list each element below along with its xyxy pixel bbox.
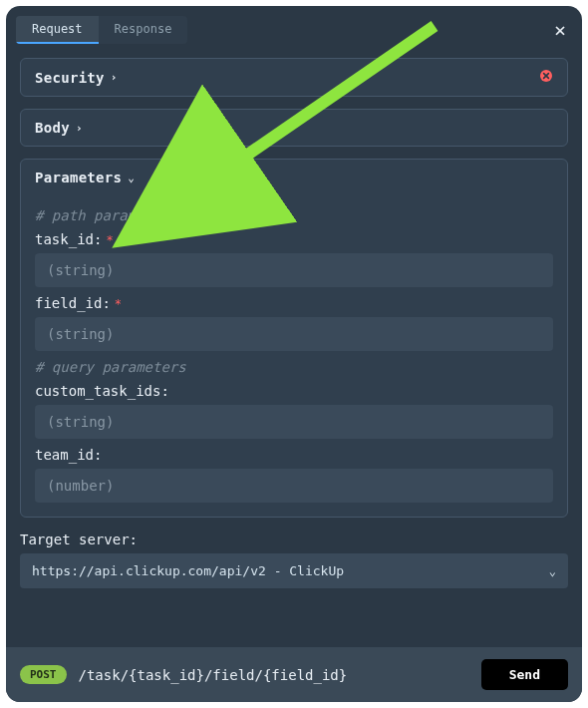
param-label-team-id: team_id: bbox=[35, 447, 553, 463]
section-title: Security bbox=[35, 70, 105, 86]
parameters-content: # path parameters task_id:* field_id:* #… bbox=[21, 195, 567, 517]
tabs-row: Request Response × bbox=[6, 6, 582, 50]
section-header-parameters[interactable]: Parameters ⌄ bbox=[21, 160, 567, 195]
security-status-icon bbox=[539, 69, 553, 86]
target-server-label: Target server: bbox=[20, 531, 568, 547]
param-label-task-id: task_id:* bbox=[35, 231, 553, 247]
section-title: Body bbox=[35, 120, 70, 136]
tabs: Request Response bbox=[16, 16, 187, 44]
param-input-task-id[interactable] bbox=[35, 253, 553, 287]
query-params-comment: # query parameters bbox=[35, 359, 553, 375]
target-server-select-wrap: https://api.clickup.com/api/v2 - ClickUp… bbox=[20, 553, 568, 588]
param-label-field-id: field_id:* bbox=[35, 295, 553, 311]
section-title: Parameters bbox=[35, 170, 122, 185]
param-input-custom-task-ids[interactable] bbox=[35, 405, 553, 439]
chevron-right-icon: › bbox=[76, 122, 83, 135]
path-params-comment: # path parameters bbox=[35, 207, 553, 223]
chevron-right-icon: › bbox=[111, 71, 118, 84]
section-parameters: Parameters ⌄ # path parameters task_id:*… bbox=[20, 159, 568, 518]
required-star-icon: * bbox=[106, 233, 113, 247]
param-input-field-id[interactable] bbox=[35, 317, 553, 351]
tab-response[interactable]: Response bbox=[99, 16, 188, 44]
param-label-custom-task-ids: custom_task_ids: bbox=[35, 383, 553, 399]
api-try-panel: Request Response × Security › bbox=[6, 6, 582, 702]
target-server-select[interactable]: https://api.clickup.com/api/v2 - ClickUp bbox=[20, 553, 568, 588]
chevron-down-icon: ⌄ bbox=[128, 172, 135, 184]
section-body: Body › bbox=[20, 109, 568, 147]
send-button[interactable]: Send bbox=[481, 659, 568, 690]
param-input-team-id[interactable] bbox=[35, 469, 553, 503]
tab-request[interactable]: Request bbox=[16, 16, 99, 44]
footer: POST /task/{task_id}/field/{field_id} Se… bbox=[6, 647, 582, 702]
http-method-pill: POST bbox=[20, 665, 67, 684]
required-star-icon: * bbox=[115, 297, 122, 311]
section-security: Security › bbox=[20, 58, 568, 97]
endpoint-path: /task/{task_id}/field/{field_id} bbox=[79, 667, 469, 683]
target-server-block: Target server: https://api.clickup.com/a… bbox=[20, 531, 568, 588]
panel-body: Security › Body › bbox=[6, 50, 582, 647]
close-icon[interactable]: × bbox=[548, 16, 572, 44]
section-header-security[interactable]: Security › bbox=[21, 59, 567, 96]
section-header-body[interactable]: Body › bbox=[21, 110, 567, 146]
